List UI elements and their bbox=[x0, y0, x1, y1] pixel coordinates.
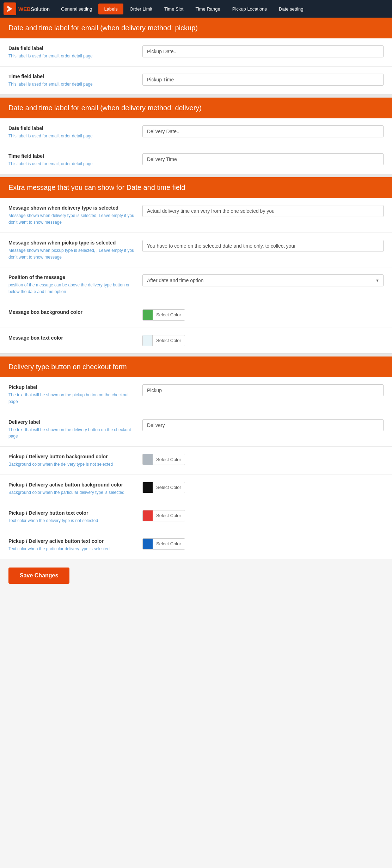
field-sublabel: The text that will be shown on the deliv… bbox=[8, 427, 131, 439]
btn-bg-color-swatch bbox=[143, 454, 153, 465]
field-label: Pickup label bbox=[8, 384, 135, 390]
field-control: Select Color bbox=[142, 538, 384, 550]
msg-text-color-swatch bbox=[143, 335, 153, 346]
btn-active-text-color-btn[interactable]: Select Color bbox=[142, 538, 185, 550]
delivery-date-input[interactable] bbox=[142, 125, 384, 137]
field-sublabel: This label is used for email, order deta… bbox=[8, 161, 93, 166]
form-row: Pickup / Delivery button text color Text… bbox=[0, 503, 392, 531]
btn-active-text-color-label: Select Color bbox=[153, 539, 185, 549]
msg-bg-color-btn[interactable]: Select Color bbox=[142, 309, 185, 321]
form-row: Date field label This label is used for … bbox=[0, 38, 392, 67]
svg-point-1 bbox=[6, 8, 8, 10]
field-label: Date field label bbox=[8, 125, 135, 131]
field-sublabel: The text that will be shown on the picku… bbox=[8, 392, 129, 404]
pickup-label-input[interactable] bbox=[142, 384, 384, 396]
field-label: Delivery label bbox=[8, 419, 135, 425]
field-label-group: Message box background color bbox=[8, 309, 142, 316]
nav-tab-labels[interactable]: Labels bbox=[98, 4, 123, 14]
field-label: Message box text color bbox=[8, 335, 135, 341]
field-sublabel: Message shown when pickup type is select… bbox=[8, 248, 134, 260]
field-control bbox=[142, 419, 384, 431]
field-label-group: Position of the message position of the … bbox=[8, 274, 142, 295]
field-label: Time field label bbox=[8, 74, 135, 79]
checkout-button-header: Delivery type button on checkout form bbox=[0, 356, 392, 377]
extra-message-section: Extra message that you can show for Date… bbox=[0, 177, 392, 354]
msg-text-color-label: Select Color bbox=[153, 335, 185, 346]
form-row: Message shown when delivery type is sele… bbox=[0, 198, 392, 233]
form-row: Time field label This label is used for … bbox=[0, 67, 392, 94]
section-separator bbox=[0, 95, 392, 98]
nav-tab-time-slot[interactable]: Time Slot bbox=[159, 4, 189, 14]
field-label-group: Date field label This label is used for … bbox=[8, 125, 142, 139]
nav-tab-time-range[interactable]: Time Range bbox=[190, 4, 226, 14]
field-label: Pickup / Delivery active button text col… bbox=[8, 538, 135, 544]
field-label-group: Pickup / Delivery button text color Text… bbox=[8, 510, 142, 524]
btn-bg-color-btn[interactable]: Select Color bbox=[142, 454, 185, 465]
pickup-date-input[interactable] bbox=[142, 45, 384, 57]
field-sublabel: Background color when the delivery type … bbox=[8, 462, 113, 467]
field-label: Time field label bbox=[8, 153, 135, 159]
position-select[interactable]: After date and time option Before date a… bbox=[142, 274, 384, 286]
pickup-time-input[interactable] bbox=[142, 74, 384, 86]
nav-tab-pickup-locations[interactable]: Pickup Locations bbox=[227, 4, 272, 14]
section-separator bbox=[0, 174, 392, 177]
btn-active-text-color-swatch bbox=[143, 539, 153, 549]
btn-active-bg-color-label: Select Color bbox=[153, 482, 185, 493]
field-label-group: Date field label This label is used for … bbox=[8, 45, 142, 59]
form-row: Pickup label The text that will be shown… bbox=[0, 377, 392, 412]
save-button[interactable]: Save Changes bbox=[8, 568, 69, 584]
nav-tab-general[interactable]: General setting bbox=[55, 4, 98, 14]
field-label: Message shown when pickup type is select… bbox=[8, 240, 135, 246]
navbar: WEBSolution General setting Labels Order… bbox=[0, 0, 392, 18]
field-label-group: Delivery label The text that will be sho… bbox=[8, 419, 142, 440]
nav-tab-date-setting[interactable]: Date setting bbox=[273, 4, 309, 14]
field-control: After date and time option Before date a… bbox=[142, 274, 384, 286]
delivery-label-input[interactable] bbox=[142, 419, 384, 431]
logo-text: WEBSolution bbox=[18, 6, 50, 12]
delivery-time-input[interactable] bbox=[142, 153, 384, 165]
field-label-group: Time field label This label is used for … bbox=[8, 74, 142, 87]
msg-pickup-input[interactable] bbox=[142, 240, 384, 252]
btn-active-bg-color-swatch bbox=[143, 482, 153, 493]
save-section: Save Changes bbox=[0, 559, 392, 592]
field-label: Date field label bbox=[8, 45, 135, 51]
field-control bbox=[142, 384, 384, 396]
btn-active-bg-color-btn[interactable]: Select Color bbox=[142, 482, 185, 493]
form-row: Date field label This label is used for … bbox=[0, 118, 392, 147]
field-label: Pickup / Delivery button background colo… bbox=[8, 454, 135, 459]
delivery-email-header: Date and time label for email (when deli… bbox=[0, 98, 392, 118]
field-control bbox=[142, 153, 384, 165]
field-label: Pickup / Delivery active button backgrou… bbox=[8, 482, 135, 488]
logo: WEBSolution bbox=[4, 2, 50, 15]
msg-text-color-btn[interactable]: Select Color bbox=[142, 335, 185, 346]
field-control bbox=[142, 74, 384, 86]
field-label-group: Pickup / Delivery active button backgrou… bbox=[8, 482, 142, 496]
field-label-group: Pickup / Delivery button background colo… bbox=[8, 454, 142, 467]
btn-text-color-btn[interactable]: Select Color bbox=[142, 510, 185, 521]
field-label: Position of the message bbox=[8, 274, 135, 280]
btn-bg-color-label: Select Color bbox=[153, 454, 185, 465]
pickup-email-section: Date and time label for email (when deli… bbox=[0, 18, 392, 95]
field-control: Select Color bbox=[142, 309, 384, 321]
logo-icon bbox=[4, 2, 16, 15]
field-control: Select Color bbox=[142, 335, 384, 346]
msg-delivery-input[interactable] bbox=[142, 205, 384, 217]
btn-text-color-label: Select Color bbox=[153, 510, 185, 521]
field-label: Message box background color bbox=[8, 309, 135, 315]
nav-tab-order-limit[interactable]: Order Limit bbox=[124, 4, 158, 14]
field-label-group: Pickup / Delivery active button text col… bbox=[8, 538, 142, 552]
form-row: Message box text color Select Color bbox=[0, 328, 392, 353]
form-row: Position of the message position of the … bbox=[0, 267, 392, 302]
field-label-group: Message shown when delivery type is sele… bbox=[8, 205, 142, 225]
field-sublabel: This label is used for email, order deta… bbox=[8, 82, 93, 87]
field-control: Select Color bbox=[142, 454, 384, 465]
field-label: Pickup / Delivery button text color bbox=[8, 510, 135, 516]
field-sublabel: This label is used for email, order deta… bbox=[8, 134, 93, 138]
field-label: Message shown when delivery type is sele… bbox=[8, 205, 135, 211]
field-control: Select Color bbox=[142, 482, 384, 493]
form-row: Pickup / Delivery active button text col… bbox=[0, 531, 392, 559]
field-sublabel: Text color when the delivery type is not… bbox=[8, 518, 98, 523]
pickup-email-header: Date and time label for email (when deli… bbox=[0, 18, 392, 38]
field-sublabel: Text color when the particular delivery … bbox=[8, 546, 110, 551]
field-control bbox=[142, 125, 384, 137]
